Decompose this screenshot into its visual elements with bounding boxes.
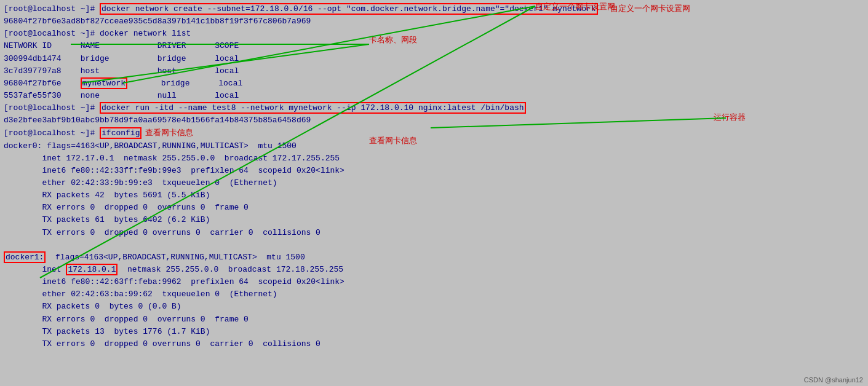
mynetwork-highlight: mynetwork [81, 77, 127, 89]
line-25: RX packets 0 bytes 0 (0.0 B) [4, 301, 864, 313]
line-23: inet6 fe80::42:63ff:feba:9962 prefixlen … [4, 276, 864, 288]
line-15: ether 02:42:33:9b:99:e3 txqueuelen 0 (Et… [4, 177, 864, 189]
cmd-docker-run: docker run -itd --name test8 --network m… [100, 102, 526, 114]
annotation-card-name: 卡名称、网段 [369, 34, 417, 45]
line-13: inet 172.17.0.1 netmask 255.255.0.0 broa… [4, 152, 864, 165]
docker1-highlight: docker1: [4, 251, 46, 263]
line-8: 5537afe55f30 none null local [4, 90, 864, 102]
line-2: 96804f27bf6e3ad8bf827cceae935c5d8a397b14… [4, 15, 864, 28]
cmd-create-network: docker network create --subnet=172.18.0.… [100, 3, 598, 15]
terminal: [root@localhost ~]# docker network creat… [0, 0, 868, 386]
line-17: RX errors 0 dropped 0 overruns 0 frame 0 [4, 202, 864, 214]
line-3: [root@localhost ~]# docker network list [4, 28, 864, 40]
line-7: 96804f27bf6e mynetwork bridge local [4, 77, 864, 90]
line-22: inet 172.18.0.1 netmask 255.255.0.0 broa… [4, 264, 864, 276]
line-11: [root@localhost ~]# ifconfig查看网卡信息 [4, 127, 864, 140]
line-5: 300994db1474 bridge bridge local [4, 53, 864, 65]
line-20-blank [4, 239, 864, 251]
annotation-check-nic-abs: 查看网卡信息 [369, 135, 417, 146]
annotation-run-container: 运行容器 [714, 112, 746, 123]
annotation-custom-network: 自定义一个网卡设置网 [610, 2, 690, 15]
line-21: docker1: flags=4163<UP,BROADCAST,RUNNING… [4, 251, 864, 264]
line-24: ether 02:42:63:ba:99:62 txqueuelen 0 (Et… [4, 288, 864, 301]
watermark: CSDN @shanjun12 [804, 376, 863, 384]
line-19: TX errors 0 dropped 0 overruns 0 carrier… [4, 227, 864, 239]
line-12: docker0: flags=4163<UP,BROADCAST,RUNNING… [4, 140, 864, 152]
line-18: TX packets 61 bytes 6402 (6.2 KiB) [4, 214, 864, 226]
line-14: inet6 fe80::42:33ff:fe9b:99e3 prefixlen … [4, 165, 864, 177]
annotation-custom-network-abs: 自定义一个网卡设置网 [535, 1, 615, 12]
line-16: RX packets 42 bytes 5691 (5.5 KiB) [4, 189, 864, 202]
line-26: RX errors 0 dropped 0 overruns 0 frame 0 [4, 313, 864, 326]
line-6: 3c7d397797a8 host host local [4, 65, 864, 77]
line-28: TX errors 0 dropped 0 overruns 0 carrier… [4, 338, 864, 350]
line-1: [root@localhost ~]# docker network creat… [4, 2, 864, 15]
ifconfig-highlight: ifconfig [100, 127, 141, 139]
annotation-check-nic: 查看网卡信息 [145, 128, 193, 137]
line-4-header: NETWORK ID NAME DRIVER SCOPE [4, 40, 864, 52]
ip-highlight: 172.18.0.1 [66, 264, 117, 275]
line-27: TX packets 13 bytes 1776 (1.7 KiB) [4, 326, 864, 338]
